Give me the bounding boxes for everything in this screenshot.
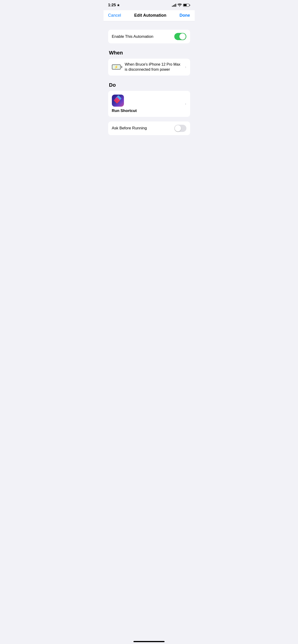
shortcuts-app-icon xyxy=(112,94,124,107)
location-icon xyxy=(117,4,120,6)
enable-automation-label: Enable This Automation xyxy=(112,34,153,39)
chevron-right-icon: › xyxy=(185,65,186,69)
bottom-spacer xyxy=(104,135,195,172)
enable-automation-toggle[interactable] xyxy=(174,33,186,40)
enable-automation-card: Enable This Automation xyxy=(108,30,190,43)
time-label: 1:25 xyxy=(108,3,116,8)
battery-charging-icon: ⚡ xyxy=(112,64,122,70)
ask-before-running-label: Ask Before Running xyxy=(112,126,147,130)
page-title: Edit Automation xyxy=(134,13,166,18)
when-trigger-row[interactable]: ⚡ When Bruce's iPhone 12 Pro Max is disc… xyxy=(108,59,190,76)
ask-before-running-card: Ask Before Running xyxy=(108,122,190,135)
enable-automation-section: Enable This Automation xyxy=(108,30,190,43)
toggle-knob xyxy=(179,34,186,40)
ask-toggle-knob xyxy=(175,125,181,132)
done-button[interactable]: Done xyxy=(179,13,190,18)
status-bar: 1:25 xyxy=(104,0,195,10)
wifi-icon xyxy=(178,4,182,7)
do-section-header: Do xyxy=(109,82,190,88)
battery-charging-icon-wrap: ⚡ xyxy=(112,62,122,72)
cancel-button[interactable]: Cancel xyxy=(108,13,121,18)
status-icons xyxy=(172,4,190,7)
enable-automation-row: Enable This Automation xyxy=(108,30,190,43)
run-shortcut-content: Run Shortcut xyxy=(112,94,182,113)
nav-bar: Cancel Edit Automation Done xyxy=(104,10,195,21)
run-shortcut-label: Run Shortcut xyxy=(112,108,182,113)
status-time: 1:25 xyxy=(108,3,120,8)
when-section: When ⚡ When Bruce's iPhone 12 Pro Max is… xyxy=(108,50,190,76)
ask-before-running-section: Ask Before Running xyxy=(108,122,190,135)
signal-icon xyxy=(172,4,176,7)
battery-icon xyxy=(183,4,190,7)
do-action-card: Run Shortcut › xyxy=(108,91,190,117)
when-trigger-text: When Bruce's iPhone 12 Pro Max is discon… xyxy=(125,62,182,72)
when-section-header: When xyxy=(109,50,190,56)
ask-before-running-row: Ask Before Running xyxy=(108,122,190,135)
chevron-right-icon-do: › xyxy=(185,102,186,106)
run-shortcut-row[interactable]: Run Shortcut › xyxy=(108,91,190,117)
main-content: Enable This Automation When ⚡ When Bruce… xyxy=(104,21,195,135)
ask-before-running-toggle[interactable] xyxy=(174,125,186,132)
do-section: Do Run Shortcut › xyxy=(108,82,190,117)
